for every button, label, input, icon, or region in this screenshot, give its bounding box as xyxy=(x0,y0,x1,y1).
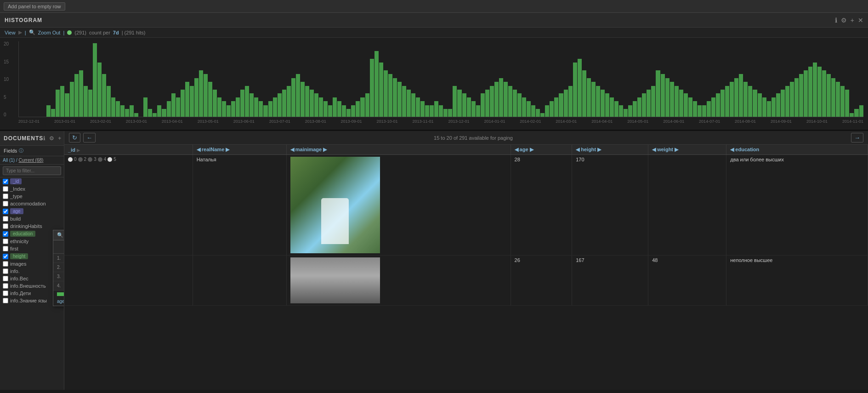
x-axis-label: 2013-04-01 xyxy=(162,119,183,124)
histogram-bar xyxy=(384,70,388,117)
histogram-chart: 20 15 10 5 0 2012-12-012013-01-012013-02… xyxy=(0,38,868,130)
histogram-bar xyxy=(827,74,831,117)
field-checkbox[interactable] xyxy=(3,231,8,237)
field-checkbox[interactable] xyxy=(3,239,8,244)
refresh-button[interactable]: ↻ xyxy=(69,133,80,142)
histogram-bar xyxy=(559,93,563,117)
zoom-out-link[interactable]: Zoom Out xyxy=(38,30,61,35)
histogram-bar xyxy=(453,86,457,117)
fields-filter-input[interactable] xyxy=(3,166,61,175)
field-label: height xyxy=(10,253,28,259)
docs-toolbar: ↻ ← 15 to 20 of 291 available for paging… xyxy=(64,131,868,145)
field-checkbox[interactable] xyxy=(3,283,8,289)
x-axis-label: 2014-11-01 xyxy=(842,119,863,124)
cell-age: 26 xyxy=(511,256,572,306)
histogram-bar xyxy=(785,86,789,117)
histogram-bar xyxy=(457,90,461,117)
forward-button[interactable]: → xyxy=(851,133,863,142)
docs-settings-icon[interactable]: ⚙ xyxy=(49,135,54,142)
x-axis-label: 2014-03-01 xyxy=(556,119,577,124)
field-item[interactable]: _id xyxy=(0,177,64,185)
field-checkbox[interactable] xyxy=(3,261,8,267)
fields-tabs: All (1) / Current (68) xyxy=(0,156,64,165)
docs-add-icon[interactable]: + xyxy=(58,135,61,142)
histogram-bar xyxy=(46,105,51,117)
histogram-bar xyxy=(222,101,226,117)
back-button[interactable]: ← xyxy=(83,133,96,142)
field-checkbox[interactable] xyxy=(3,194,8,199)
add-panel-button[interactable]: Add panel to empty row xyxy=(4,2,65,11)
field-label: age xyxy=(10,208,23,214)
count-per-label: count per xyxy=(89,30,110,35)
histogram-bar xyxy=(231,101,235,117)
field-checkbox[interactable] xyxy=(3,186,8,192)
x-axis-label: 2014-08-01 xyxy=(735,119,756,124)
histogram-settings-icon[interactable]: ⚙ xyxy=(841,17,847,24)
field-label: info.Дети xyxy=(10,290,31,296)
cell-age: 28 xyxy=(511,155,572,256)
field-item[interactable]: _Index xyxy=(0,185,64,193)
fields-label: Fields xyxy=(4,148,17,154)
field-checkbox[interactable] xyxy=(3,276,8,281)
histogram-bar xyxy=(633,101,637,117)
cell-weight: 48 xyxy=(648,256,726,306)
histogram-bar xyxy=(56,90,60,117)
field-item[interactable]: accommodation xyxy=(0,200,64,207)
histogram-bar xyxy=(504,82,508,117)
docs-info-icon[interactable]: ℹ xyxy=(43,135,45,142)
histogram-bar xyxy=(637,97,641,117)
x-axis-label: 2013-06-01 xyxy=(233,119,255,124)
histogram-close-icon[interactable]: ✕ xyxy=(858,17,863,24)
histogram-bar xyxy=(481,93,485,117)
field-checkbox[interactable] xyxy=(3,216,8,222)
field-checkbox[interactable] xyxy=(3,179,8,184)
histogram-bar xyxy=(772,97,776,117)
x-axis-label: 2013-09-01 xyxy=(341,119,362,124)
micro-row-num: 4. xyxy=(53,281,64,290)
field-item[interactable]: drinkingHabits xyxy=(0,222,64,230)
field-checkbox[interactable] xyxy=(3,254,8,259)
field-checkbox[interactable] xyxy=(3,298,8,303)
histogram-bar xyxy=(781,90,785,117)
histogram-bar xyxy=(342,105,346,117)
field-item[interactable]: age xyxy=(0,207,64,215)
fields-info-icon[interactable]: ⓘ xyxy=(19,148,23,154)
histogram-bar xyxy=(601,90,605,117)
histogram-bar xyxy=(675,86,679,117)
histogram-bar xyxy=(314,93,318,117)
histogram-bar xyxy=(245,86,249,117)
tab-current[interactable]: Current (68) xyxy=(18,158,43,163)
cell-image xyxy=(286,155,511,256)
histogram-bar xyxy=(439,105,443,117)
histogram-bar xyxy=(582,70,586,117)
field-item[interactable]: _type xyxy=(0,193,64,200)
separator-bar: | xyxy=(25,30,26,35)
histogram-bar xyxy=(831,78,835,117)
histogram-bar xyxy=(208,82,212,117)
x-axis-label: 2014-06-01 xyxy=(663,119,684,124)
histogram-bar xyxy=(250,93,254,117)
histogram-info-icon[interactable]: ℹ xyxy=(835,17,837,24)
x-axis-label: 2013-03-01 xyxy=(126,119,147,124)
histogram-bar xyxy=(443,109,448,117)
col-num xyxy=(53,240,64,254)
micro-row-num: 3. xyxy=(53,272,64,281)
histogram-bar xyxy=(753,90,757,117)
field-checkbox[interactable] xyxy=(3,290,8,296)
histogram-add-icon[interactable]: + xyxy=(851,17,854,24)
field-label: images xyxy=(10,261,26,267)
histogram-bar xyxy=(614,101,618,117)
x-axis: 2012-12-012013-01-012013-02-012013-03-01… xyxy=(18,118,863,125)
field-checkbox[interactable] xyxy=(3,201,8,206)
field-checkbox[interactable] xyxy=(3,223,8,229)
x-axis-label: 2014-04-01 xyxy=(591,119,613,124)
field-checkbox[interactable] xyxy=(3,246,8,251)
field-checkbox[interactable] xyxy=(3,268,8,274)
view-link[interactable]: View xyxy=(5,30,16,35)
tab-all[interactable]: All (1) xyxy=(3,158,15,163)
field-checkbox[interactable] xyxy=(3,209,8,214)
histogram-bar xyxy=(185,82,189,117)
histogram-bar xyxy=(656,70,660,117)
field-item[interactable]: build xyxy=(0,215,64,222)
histogram-bar xyxy=(434,101,438,117)
